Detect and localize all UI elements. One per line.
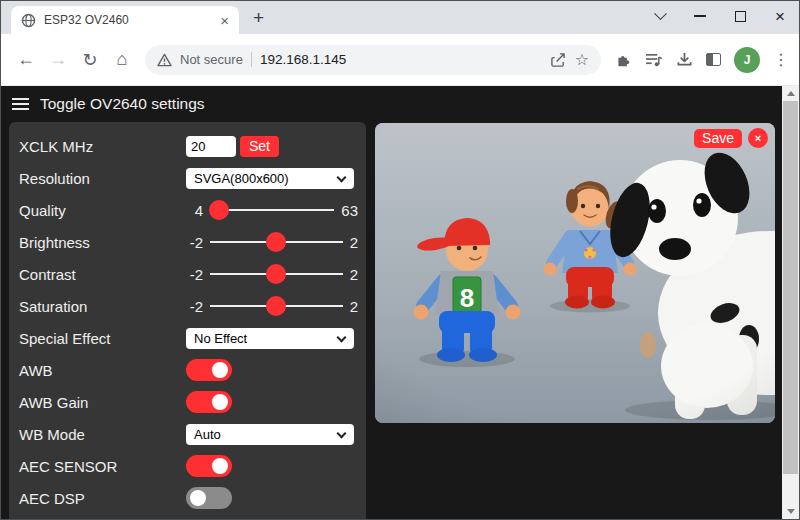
toggle-knob	[212, 394, 228, 410]
setting-row-aec-dsp: AEC DSP	[9, 482, 366, 514]
tab-close-icon[interactable]: ×	[220, 13, 229, 28]
aec-sensor-toggle[interactable]	[186, 455, 232, 477]
awb-label: AWB	[19, 362, 186, 379]
omnibox-divider	[251, 52, 252, 67]
save-button[interactable]: Save	[694, 129, 742, 148]
setting-row-xclk: XCLK MHz Set	[9, 130, 366, 162]
saturation-max: 2	[350, 298, 358, 315]
saturation-slider-thumb[interactable]	[266, 296, 286, 316]
globe-icon	[21, 13, 36, 28]
special-effect-value: No Effect	[194, 331, 247, 346]
back-button[interactable]: ←	[11, 49, 41, 70]
settings-panel: XCLK MHz Set Resolution SVGA(800x600) Qu…	[9, 122, 366, 519]
contrast-label: Contrast	[19, 266, 186, 283]
maximize-button[interactable]	[735, 11, 746, 22]
setting-row-wb-mode: WB Mode Auto	[9, 418, 366, 450]
toggle-knob	[212, 458, 228, 474]
contrast-slider-thumb[interactable]	[266, 264, 286, 284]
setting-row-special-effect: Special Effect No Effect	[9, 322, 366, 354]
quality-label: Quality	[19, 202, 186, 219]
xclk-label: XCLK MHz	[19, 138, 186, 155]
aec-dsp-toggle[interactable]	[186, 487, 232, 509]
camera-photo-illustration: 8	[375, 123, 775, 423]
resolution-select[interactable]: SVGA(800x600)	[186, 168, 354, 189]
aec-dsp-label: AEC DSP	[19, 490, 186, 507]
setting-row-awb-gain: AWB Gain	[9, 386, 366, 418]
tab-search-chevron-icon[interactable]	[654, 7, 667, 20]
reload-button[interactable]: ↻	[75, 49, 105, 71]
xclk-set-button[interactable]: Set	[240, 136, 279, 157]
quality-min: 4	[186, 202, 203, 219]
wb-mode-label: WB Mode	[19, 426, 186, 443]
not-secure-warning-icon	[157, 53, 172, 67]
stream-close-icon[interactable]: ×	[748, 128, 768, 148]
special-effect-label: Special Effect	[19, 330, 186, 347]
saturation-label: Saturation	[19, 298, 186, 315]
esp32-cam-page: Toggle OV2640 settings XCLK MHz Set Reso…	[1, 86, 799, 519]
xclk-input[interactable]	[186, 136, 236, 157]
setting-row-saturation: Saturation -2 2	[9, 290, 366, 322]
window-close-button[interactable]: ×	[775, 8, 785, 25]
brightness-max: 2	[350, 234, 358, 251]
share-icon[interactable]	[550, 52, 567, 68]
quality-max: 63	[341, 202, 358, 219]
window-controls: ×	[656, 1, 785, 31]
tab-title: ESP32 OV2460	[44, 13, 212, 27]
forward-button[interactable]: →	[43, 49, 73, 70]
new-tab-button[interactable]: +	[253, 7, 264, 29]
setting-row-contrast: Contrast -2 2	[9, 258, 366, 290]
address-bar[interactable]: Not secure 192.168.1.145 ☆	[145, 45, 601, 75]
awb-toggle[interactable]	[186, 359, 232, 381]
chevron-down-icon	[337, 172, 347, 182]
setting-row-resolution: Resolution SVGA(800x600)	[9, 162, 366, 194]
bookmark-star-icon[interactable]: ☆	[575, 50, 589, 69]
awb-gain-toggle[interactable]	[186, 391, 232, 413]
setting-row-aec-sensor: AEC SENSOR	[9, 450, 366, 482]
browser-toolbar: ← → ↻ ⌂ Not secure 192.168.1.145 ☆	[1, 34, 799, 86]
download-icon[interactable]	[676, 51, 693, 68]
awb-gain-label: AWB Gain	[19, 394, 186, 411]
brightness-slider-thumb[interactable]	[266, 232, 286, 252]
home-button[interactable]: ⌂	[107, 49, 137, 70]
brightness-min: -2	[186, 234, 203, 251]
side-panel-icon[interactable]	[706, 53, 721, 66]
browser-menu-icon[interactable]: ⋮	[773, 50, 789, 69]
quality-slider[interactable]	[210, 209, 334, 211]
toggle-knob	[190, 490, 206, 506]
contrast-min: -2	[186, 266, 203, 283]
aec-sensor-label: AEC SENSOR	[19, 458, 186, 475]
resolution-label: Resolution	[19, 170, 186, 187]
wb-mode-value: Auto	[194, 427, 221, 442]
saturation-min: -2	[186, 298, 203, 315]
brightness-label: Brightness	[19, 234, 186, 251]
setting-row-awb: AWB	[9, 354, 366, 386]
page-title[interactable]: Toggle OV2640 settings	[40, 95, 205, 113]
brightness-slider[interactable]	[210, 241, 343, 243]
resolution-value: SVGA(800x600)	[194, 171, 289, 186]
extensions-puzzle-icon[interactable]	[615, 51, 632, 68]
media-controls-playlist-icon[interactable]	[645, 52, 663, 67]
quality-slider-thumb[interactable]	[209, 200, 229, 220]
browser-window: ESP32 OV2460 × + × ← → ↻ ⌂ Not secure 19…	[0, 0, 800, 520]
page-header: Toggle OV2640 settings	[1, 86, 799, 122]
toolbar-actions: J ⋮	[615, 47, 789, 73]
chevron-down-icon	[337, 332, 347, 342]
page-scrollbar[interactable]	[782, 86, 799, 519]
tab-strip: ESP32 OV2460 × + ×	[1, 1, 799, 34]
profile-avatar[interactable]: J	[734, 47, 760, 73]
special-effect-select[interactable]: No Effect	[186, 328, 354, 349]
wb-mode-select[interactable]: Auto	[186, 424, 354, 445]
toggle-knob	[212, 362, 228, 378]
setting-row-quality: Quality 4 63	[9, 194, 366, 226]
scrollbar-thumb[interactable]	[783, 101, 798, 474]
chevron-down-icon	[337, 428, 347, 438]
browser-tab[interactable]: ESP32 OV2460 ×	[11, 6, 239, 34]
contrast-slider[interactable]	[210, 273, 343, 275]
minimize-button[interactable]	[694, 15, 706, 17]
scrollbar-up-arrow[interactable]	[782, 86, 799, 101]
url-text[interactable]: 192.168.1.145	[260, 52, 346, 67]
scrollbar-down-arrow[interactable]	[782, 504, 799, 519]
hamburger-menu-icon[interactable]	[12, 98, 29, 110]
camera-stream-image: 8	[375, 123, 775, 423]
saturation-slider[interactable]	[210, 305, 343, 307]
